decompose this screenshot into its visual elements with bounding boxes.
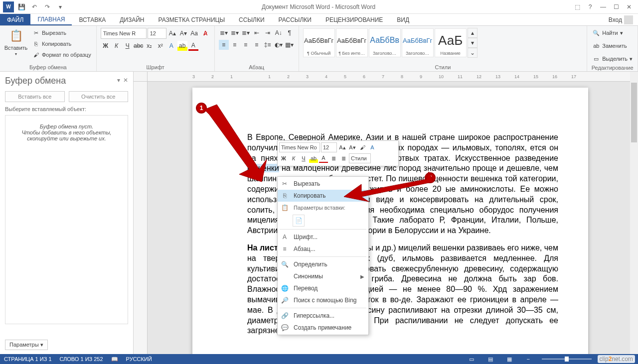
italic-button[interactable]: К bbox=[112, 41, 122, 51]
mini-shrink-font-icon[interactable]: A▾ bbox=[348, 143, 357, 152]
mini-bullets-icon[interactable]: ≣ bbox=[329, 154, 338, 163]
redo-icon[interactable]: ↷ bbox=[42, 1, 53, 12]
tab-insert[interactable]: ВСТАВКА bbox=[72, 14, 113, 25]
scrollbar-vertical[interactable] bbox=[630, 72, 638, 354]
mini-size-combo[interactable]: 12 bbox=[321, 142, 337, 152]
find-button[interactable]: 🔍Найти ▾ bbox=[591, 28, 624, 38]
paste-button[interactable]: 📋 Вставить ▾ bbox=[4, 28, 28, 56]
scrollbar-thumb[interactable] bbox=[631, 83, 637, 142]
undo-icon[interactable]: ↶ bbox=[29, 1, 40, 12]
tab-layout[interactable]: РАЗМЕТКА СТРАНИЦЫ bbox=[152, 14, 232, 25]
format-painter-button[interactable]: 🖌Формат по образцу bbox=[31, 50, 92, 60]
qat-customize-icon[interactable]: ▾ bbox=[55, 1, 66, 12]
ctx-define[interactable]: 🔍Определить bbox=[278, 258, 368, 270]
align-right-icon[interactable]: ≡ bbox=[241, 40, 251, 50]
status-page[interactable]: СТРАНИЦА 1 ИЗ 1 bbox=[4, 356, 52, 362]
mini-format-painter-icon[interactable]: 🖌 bbox=[358, 143, 367, 152]
cut-button[interactable]: ✂Вырезать bbox=[31, 28, 92, 38]
ruler-horizontal[interactable]: 3211234567891011121314151617 bbox=[148, 72, 630, 82]
ctx-paragraph[interactable]: ≡Абзац... bbox=[278, 243, 368, 255]
bold-button[interactable]: Ж bbox=[101, 41, 111, 51]
ctx-translate[interactable]: 🌐Перевод bbox=[278, 282, 368, 294]
mini-underline-button[interactable]: Ч bbox=[299, 154, 308, 163]
font-size-combo[interactable]: 12 bbox=[148, 28, 166, 39]
clear-all-button[interactable]: Очистить все bbox=[69, 91, 129, 102]
style-gallery[interactable]: АаБбВвГг¶ Обычный АаБбВвГг¶ Без инте… Аа… bbox=[303, 28, 478, 58]
ribbon-options-icon[interactable]: ⬚ bbox=[573, 3, 581, 10]
view-print-icon[interactable]: ▤ bbox=[485, 356, 496, 363]
style-nospacing[interactable]: АаБбВвГг¶ Без инте… bbox=[336, 28, 368, 57]
sign-in[interactable]: Вход bbox=[604, 14, 638, 25]
ctx-bing-search[interactable]: 🔎Поиск с помощью Bing bbox=[278, 294, 368, 306]
tab-view[interactable]: ВИД bbox=[390, 14, 416, 25]
bullets-icon[interactable]: ≣▾ bbox=[219, 28, 229, 38]
clipboard-options-button[interactable]: Параметры ▾ bbox=[5, 340, 48, 350]
copy-button[interactable]: ⎘Копировать bbox=[31, 39, 92, 49]
status-proofing-icon[interactable]: 📖 bbox=[111, 356, 118, 363]
paste-all-button[interactable]: Вставить все bbox=[5, 91, 65, 102]
tab-home[interactable]: ГЛАВНАЯ bbox=[30, 14, 72, 25]
shading-icon[interactable]: ◐▾ bbox=[274, 40, 284, 50]
status-words[interactable]: СЛОВО 1 ИЗ 252 bbox=[60, 356, 103, 362]
paste-keep-source-icon[interactable]: 📄 bbox=[293, 215, 305, 227]
close-icon[interactable]: ✕ bbox=[625, 3, 633, 10]
superscript-button[interactable]: x² bbox=[156, 41, 165, 51]
pane-menu-icon[interactable]: ▾ bbox=[117, 77, 120, 84]
mini-styles-button[interactable]: Стили bbox=[349, 153, 371, 163]
change-case-icon[interactable]: Aa bbox=[189, 28, 199, 38]
highlight-icon[interactable]: ab bbox=[177, 41, 187, 51]
style-scroll-up-icon[interactable]: ▴ bbox=[468, 28, 478, 38]
align-left-icon[interactable]: ≡ bbox=[219, 40, 229, 50]
ctx-synonyms[interactable]: Синонимы▶ bbox=[278, 270, 368, 282]
inc-indent-icon[interactable]: ⇥ bbox=[263, 28, 273, 38]
style-expand-icon[interactable]: ⌄ bbox=[468, 48, 478, 58]
view-web-icon[interactable]: ▦ bbox=[504, 356, 515, 363]
select-button[interactable]: ▭Выделить ▾ bbox=[591, 54, 634, 64]
zoom-slider[interactable] bbox=[542, 359, 592, 360]
mini-numbering-icon[interactable]: ≣ bbox=[339, 154, 348, 163]
pane-close-icon[interactable]: ✕ bbox=[123, 77, 128, 84]
tab-mailings[interactable]: РАССЫЛКИ bbox=[272, 14, 319, 25]
maximize-icon[interactable]: ☐ bbox=[612, 3, 620, 10]
multilevel-icon[interactable]: ≣▾ bbox=[241, 28, 251, 38]
font-name-combo[interactable]: Times New R bbox=[101, 28, 147, 39]
help-icon[interactable]: ? bbox=[586, 3, 594, 10]
subscript-button[interactable]: x₂ bbox=[145, 41, 155, 51]
ctx-font[interactable]: AШрифт... bbox=[278, 231, 368, 243]
ctx-new-comment[interactable]: 💬Создать примечание bbox=[278, 322, 368, 334]
mini-font-combo[interactable]: Times New Ro bbox=[279, 142, 320, 152]
justify-icon[interactable]: ≡ bbox=[252, 40, 262, 50]
style-title[interactable]: АаБНазвание bbox=[435, 28, 467, 57]
tab-design[interactable]: ДИЗАЙН bbox=[113, 14, 151, 25]
show-marks-icon[interactable]: ¶ bbox=[285, 28, 295, 38]
mini-highlight-icon[interactable]: ab bbox=[309, 154, 318, 163]
style-heading2[interactable]: АаБбВвГгЗаголово… bbox=[402, 28, 434, 57]
mini-grow-font-icon[interactable]: A▴ bbox=[338, 143, 347, 152]
shrink-font-icon[interactable]: A▾ bbox=[178, 28, 188, 38]
borders-icon[interactable]: ▦▾ bbox=[285, 40, 295, 50]
ctx-hyperlink[interactable]: 🔗Гиперссылка... bbox=[278, 310, 368, 322]
style-heading1[interactable]: АаБбВвЗаголово… bbox=[369, 28, 401, 57]
text-effects-icon[interactable]: A bbox=[166, 41, 176, 51]
style-normal[interactable]: АаБбВвГг¶ Обычный bbox=[303, 28, 335, 57]
strike-button[interactable]: abc bbox=[134, 41, 144, 51]
tab-references[interactable]: ССЫЛКИ bbox=[232, 14, 271, 25]
style-scroll-down-icon[interactable]: ▾ bbox=[468, 38, 478, 48]
align-center-icon[interactable]: ≡ bbox=[230, 40, 240, 50]
view-read-icon[interactable]: ▭ bbox=[466, 356, 477, 363]
ctx-copy[interactable]: ⎘Копировать bbox=[278, 190, 368, 202]
ruler-vertical[interactable] bbox=[134, 82, 148, 354]
clear-format-icon[interactable]: A̷ bbox=[200, 28, 210, 38]
numbering-icon[interactable]: ≣▾ bbox=[230, 28, 240, 38]
sort-icon[interactable]: A↓ bbox=[274, 28, 284, 38]
zoom-out-icon[interactable]: − bbox=[523, 356, 534, 362]
mini-italic-button[interactable]: К bbox=[289, 154, 298, 163]
mini-styles-icon[interactable]: A bbox=[368, 143, 377, 152]
line-spacing-icon[interactable]: ‡≡ bbox=[263, 40, 273, 50]
mini-font-color-icon[interactable]: A bbox=[319, 154, 328, 163]
grow-font-icon[interactable]: A▴ bbox=[167, 28, 177, 38]
tab-review[interactable]: РЕЦЕНЗИРОВАНИЕ bbox=[319, 14, 390, 25]
underline-button[interactable]: Ч bbox=[123, 41, 133, 51]
mini-bold-button[interactable]: Ж bbox=[279, 154, 288, 163]
font-color-icon[interactable]: A bbox=[188, 41, 198, 51]
